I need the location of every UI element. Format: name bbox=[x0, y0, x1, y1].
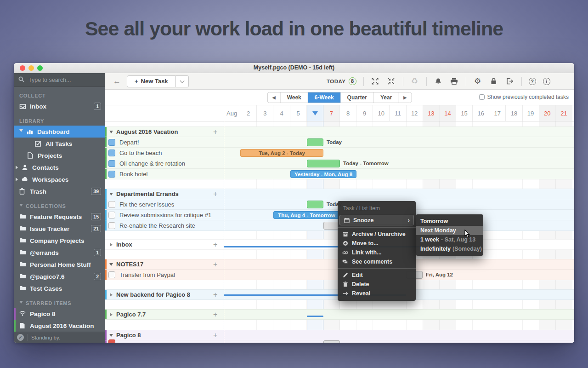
export-logout-icon[interactable] bbox=[505, 77, 514, 86]
disclosure-right-icon[interactable] bbox=[16, 166, 18, 169]
sidebar-item-workspaces[interactable]: Workspaces bbox=[14, 173, 105, 185]
sync-recycle-icon[interactable]: ♻ bbox=[410, 77, 419, 86]
day-cell[interactable]: 10 bbox=[373, 105, 390, 121]
prev-period-button[interactable]: ◀ bbox=[268, 92, 281, 103]
close-window-button[interactable] bbox=[20, 65, 25, 71]
task-checkbox[interactable] bbox=[108, 212, 115, 218]
task-checkbox[interactable] bbox=[108, 201, 115, 208]
zoom-window-button[interactable] bbox=[37, 65, 43, 71]
disclosure-down-icon[interactable] bbox=[109, 131, 113, 133]
minimize-window-button[interactable] bbox=[28, 65, 34, 71]
sidebar-item-feature-requests[interactable]: Feature Requests 15 bbox=[14, 211, 105, 223]
project-header-row[interactable]: August 2016 Vacation + bbox=[105, 126, 574, 137]
day-cell[interactable]: 15 bbox=[456, 105, 473, 121]
sidebar-item-personal-home-stuff[interactable]: Personal Home Stuff bbox=[14, 259, 105, 270]
show-completed-checkbox-row[interactable]: Show previously completed tasks bbox=[479, 94, 569, 100]
submenu-item-tomorrow[interactable]: Tomorrow bbox=[416, 217, 483, 226]
gantt-bar-book-hotel[interactable]: Yesterday - Mon, Aug 8 bbox=[290, 170, 356, 178]
task-checkbox[interactable] bbox=[108, 139, 115, 146]
sidebar-item-pagico76[interactable]: @pagico7.6 2 bbox=[14, 270, 105, 282]
add-task-button[interactable]: + bbox=[213, 241, 217, 249]
task-checkbox[interactable] bbox=[108, 160, 115, 167]
tab-year[interactable]: Year bbox=[374, 92, 399, 103]
checkbox-unchecked[interactable] bbox=[479, 94, 485, 100]
day-cell-today[interactable] bbox=[307, 105, 323, 121]
menu-item-link-with[interactable]: Link with... bbox=[338, 248, 416, 257]
disclosure-right-icon[interactable] bbox=[16, 178, 18, 181]
day-cell[interactable]: 20 bbox=[539, 105, 556, 121]
submenu-item-next-monday[interactable]: Next Monday bbox=[416, 226, 483, 235]
day-cell[interactable]: 19 bbox=[523, 105, 539, 121]
section-header-starred-items[interactable]: STARRED ITEMS bbox=[19, 300, 99, 306]
settings-gear-icon[interactable]: ⚙ bbox=[473, 77, 482, 86]
sidebar-item-inbox[interactable]: Inbox 1 bbox=[14, 100, 105, 112]
project-header-row[interactable]: Departmental Errands + bbox=[105, 189, 574, 199]
window-titlebar[interactable]: Myself.pgco (DEMO - 15d left) bbox=[14, 63, 574, 73]
gantt-bar-fix-server[interactable] bbox=[307, 201, 323, 208]
day-cell[interactable]: 14 bbox=[440, 105, 456, 121]
menu-item-delete[interactable]: Delete bbox=[338, 280, 416, 289]
day-cell[interactable]: 13 bbox=[423, 105, 440, 121]
day-cell[interactable]: 8 bbox=[340, 105, 356, 121]
day-cell[interactable]: 18 bbox=[506, 105, 522, 121]
disclosure-down-icon[interactable] bbox=[109, 334, 113, 337]
new-task-button[interactable]: + New Task bbox=[127, 75, 176, 87]
menu-item-reveal[interactable]: Reveal bbox=[338, 289, 416, 298]
day-cell[interactable]: 21 bbox=[556, 105, 572, 121]
today-button[interactable]: TODAY 8 bbox=[327, 77, 356, 85]
pagico77-span-line[interactable] bbox=[307, 316, 323, 317]
print-icon[interactable] bbox=[450, 77, 459, 86]
submenu-item-indefinitely[interactable]: Indefinitely (Someday) bbox=[416, 244, 483, 253]
new-task-dropdown-button[interactable] bbox=[176, 75, 189, 87]
sidebar-item-starred-pagico8[interactable]: Pagico 8 bbox=[14, 308, 105, 320]
day-cell[interactable]: 9 bbox=[356, 105, 373, 121]
collapse-all-icon[interactable] bbox=[387, 77, 396, 86]
gantt-bar-review-submissions[interactable]: Thu, Aug 4 - Tomorrow bbox=[273, 211, 340, 219]
task-row[interactable]: Go to the beach bbox=[105, 148, 574, 158]
sidebar-item-all-tasks[interactable]: All Tasks bbox=[14, 138, 105, 150]
back-button[interactable]: ← bbox=[113, 77, 121, 86]
search-input[interactable]: Type to search... bbox=[14, 73, 105, 87]
section-header-collections[interactable]: COLLECTIONS bbox=[19, 203, 99, 209]
day-cell[interactable]: 5 bbox=[290, 105, 307, 121]
disclosure-down-icon[interactable] bbox=[109, 263, 113, 266]
tab-6-week[interactable]: 6-Week bbox=[308, 92, 341, 103]
menu-item-archive[interactable]: Archive / Unarchive bbox=[338, 230, 416, 239]
day-cell[interactable]: 2 bbox=[240, 105, 257, 121]
lock-icon[interactable] bbox=[489, 77, 498, 86]
disclosure-right-icon[interactable] bbox=[110, 313, 113, 316]
gantt-bar-beach[interactable]: Tue, Aug 2 - Today bbox=[240, 149, 323, 157]
menu-item-move-to[interactable]: Move to... bbox=[338, 239, 416, 248]
disclosure-down-icon[interactable] bbox=[109, 193, 113, 196]
day-cell[interactable]: Aug bbox=[224, 105, 240, 121]
sidebar-item-test-cases[interactable]: Test Cases bbox=[14, 282, 105, 294]
menu-item-edit[interactable]: Edit bbox=[338, 270, 416, 280]
sidebar-item-issue-tracker[interactable]: Issue Tracker 21 bbox=[14, 223, 105, 235]
day-cell[interactable]: 11 bbox=[390, 105, 406, 121]
task-checkbox[interactable] bbox=[108, 339, 115, 343]
task-checkbox[interactable] bbox=[108, 150, 115, 156]
day-cell[interactable]: 16 bbox=[473, 105, 489, 121]
sidebar-item-company-projects[interactable]: Company Projects bbox=[14, 235, 105, 247]
add-task-button[interactable]: + bbox=[213, 190, 217, 198]
day-cell[interactable]: 7 bbox=[323, 105, 340, 121]
tab-quarter[interactable]: Quarter bbox=[341, 92, 374, 103]
submenu-item-1-week[interactable]: 1 week - Sat, Aug 13 bbox=[416, 235, 483, 244]
day-cell[interactable]: 17 bbox=[489, 105, 506, 121]
gantt-bar-oil-change[interactable] bbox=[307, 160, 340, 167]
gantt-bar-depart[interactable] bbox=[307, 138, 323, 146]
task-checkbox[interactable] bbox=[108, 271, 115, 278]
disclosure-down-icon[interactable] bbox=[19, 129, 23, 134]
day-cell[interactable]: 3 bbox=[257, 105, 273, 121]
sidebar-item-errands[interactable]: @errands 1 bbox=[14, 247, 105, 259]
add-task-button[interactable]: + bbox=[213, 291, 217, 299]
help-icon[interactable]: ? bbox=[529, 78, 536, 85]
notifications-bell-icon[interactable] bbox=[434, 77, 443, 86]
task-checkbox[interactable] bbox=[108, 222, 115, 229]
sidebar-item-starred-vacation[interactable]: August 2016 Vacation bbox=[14, 320, 105, 332]
gantt-bar-clipped[interactable] bbox=[323, 340, 340, 343]
day-cell[interactable]: 4 bbox=[273, 105, 290, 121]
add-task-button[interactable]: + bbox=[213, 260, 217, 269]
project-header-row[interactable]: Pagico 7.7 + bbox=[105, 309, 574, 320]
sidebar-item-dashboard[interactable]: Dashboard bbox=[14, 126, 105, 138]
